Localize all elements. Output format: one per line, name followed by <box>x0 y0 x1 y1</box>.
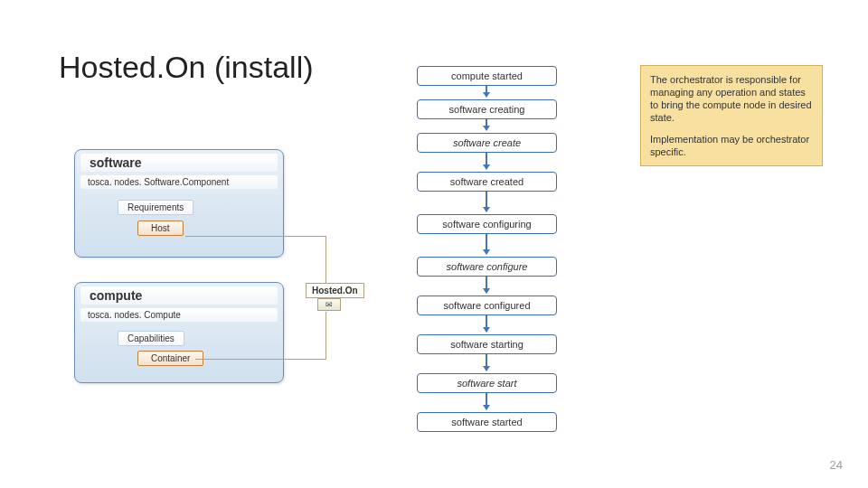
arrow-icon <box>486 393 487 409</box>
arrow-icon <box>486 153 487 169</box>
flow-software-configuring: software configuring <box>417 214 557 234</box>
flow-compute-started: compute started <box>417 66 557 86</box>
compute-node-type: tosca. nodes. Compute <box>80 308 278 322</box>
flow-software-start: software start <box>417 373 557 393</box>
hostedon-box: Hosted.On <box>306 283 364 298</box>
arrow-icon <box>486 354 487 371</box>
flow-software-created: software created <box>417 172 557 192</box>
connector-line <box>185 236 326 237</box>
flow-software-configure: software configure <box>417 257 557 277</box>
note-para-1: The orchestrator is responsible for mana… <box>650 73 813 124</box>
software-node-type: tosca. nodes. Software.Component <box>80 175 278 189</box>
page-number: 24 <box>830 458 843 472</box>
arrow-icon <box>486 192 487 211</box>
arrow-icon <box>486 277 487 293</box>
page-title: Hosted.On (install) <box>59 50 314 85</box>
flow-software-creating: software creating <box>417 99 557 119</box>
requirements-label: Requirements <box>118 200 193 215</box>
arrow-icon <box>486 234 487 254</box>
connector-line <box>195 359 326 360</box>
capabilities-label: Capabilities <box>118 331 184 346</box>
arrow-icon <box>486 119 487 130</box>
arrow-icon <box>486 315 487 332</box>
compute-node-header: compute <box>80 286 278 305</box>
software-node-header: software <box>80 154 278 172</box>
flow-software-create: software create <box>417 133 557 153</box>
connector-line <box>326 312 326 359</box>
flow-software-started: software started <box>417 412 557 432</box>
container-label: Container <box>137 351 203 366</box>
flow-software-configured: software configured <box>417 296 557 315</box>
host-label: Host <box>137 221 184 236</box>
orchestrator-note: The orchestrator is responsible for mana… <box>640 65 823 166</box>
hostedon-icon: ✉ <box>317 298 341 311</box>
flow-software-starting: software starting <box>417 334 557 354</box>
note-para-2: Implementation may be orchestrator speci… <box>650 133 813 158</box>
connector-line <box>326 236 326 283</box>
arrow-icon <box>486 86 487 97</box>
